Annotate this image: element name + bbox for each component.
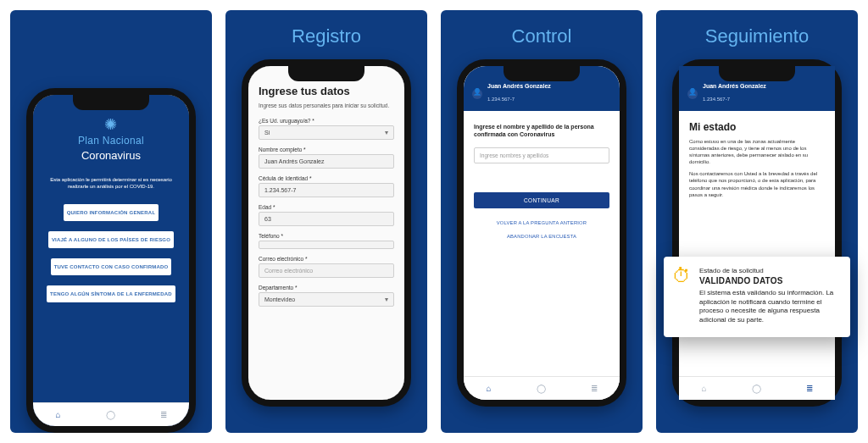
status-card: ⏱ Estado de la solicitud VALIDANDO DATOS…	[664, 257, 850, 337]
tab-middle[interactable]: ◯	[106, 410, 115, 419]
tab-right[interactable]: ≣	[806, 384, 813, 393]
screen-splash: ✺ Plan Nacional Coronavirus Esta aplicac…	[33, 95, 189, 426]
tab-bar: ⌂ ◯ ≣	[33, 402, 189, 426]
contact-name-input[interactable]: Ingrese nombres y apellidos	[474, 147, 609, 163]
panel-title-3: Control	[512, 25, 572, 54]
field-uruguayo: ¿Es Ud. uruguayo/a? * Si	[259, 118, 394, 140]
phone-1: ✺ Plan Nacional Coronavirus Esta aplicac…	[26, 88, 196, 433]
select-depto[interactable]: Montevideo	[259, 292, 394, 307]
input-edad[interactable]: 63	[259, 212, 394, 226]
form-heading: Ingrese tus datos	[259, 85, 394, 97]
card-body: El sistema está validando su información…	[699, 289, 838, 325]
form-subheading: Ingrese sus datos personales para inicia…	[259, 102, 394, 109]
tab-home[interactable]: ⌂	[55, 410, 60, 419]
avatar-icon	[472, 89, 482, 99]
screen-control: Juan Andrés Gonzalez 1.234.567-7 Ingrese…	[464, 66, 620, 400]
label-depto: Departamento *	[259, 285, 394, 291]
status-para-2: Nos contactaremos con Usted a la breveda…	[689, 170, 825, 197]
status-heading: Mi estado	[689, 121, 825, 133]
tab-middle[interactable]: ◯	[752, 384, 761, 393]
avatar-icon	[687, 89, 698, 99]
input-cedula[interactable]: 1.234.567-7	[259, 183, 394, 197]
screen-status: Juan Andrés Gonzalez 1.234.567-7 Mi esta…	[679, 66, 835, 400]
label-uruguayo: ¿Es Ud. uruguayo/a? *	[259, 118, 394, 124]
phone-notch	[288, 66, 364, 81]
label-telefono: Teléfono *	[259, 233, 394, 239]
tab-home[interactable]: ⌂	[701, 384, 706, 393]
panel-seguimiento: Seguimiento Juan Andrés Gonzalez 1.234.5…	[656, 10, 858, 433]
label-nombre: Nombre completo *	[259, 147, 394, 152]
phone-notch	[504, 66, 580, 81]
user-id: 1.234.567-7	[487, 97, 515, 102]
app-logo: ✺ Plan Nacional Coronavirus	[78, 117, 144, 163]
tab-bar: ⌂ ◯ ≣	[679, 376, 835, 400]
label-correo: Correo electrónico *	[259, 256, 394, 262]
splash-button-contact[interactable]: TUVE CONTACTO CON CASO CONFIRMADO	[51, 258, 172, 275]
phone-notch	[73, 95, 149, 110]
field-depto: Departamento * Montevideo	[259, 285, 394, 307]
field-edad: Edad * 63	[259, 204, 394, 226]
panel-title-2: Registro	[292, 25, 361, 54]
timer-icon: ⏱	[672, 267, 691, 325]
control-prompt: Ingrese el nombre y apellido de la perso…	[474, 123, 609, 139]
virus-icon: ✺	[78, 117, 144, 132]
user-name: Juan Andrés Gonzalez	[487, 83, 551, 89]
label-cedula: Cédula de Identidad *	[259, 175, 394, 181]
user-name: Juan Andrés Gonzalez	[703, 83, 766, 89]
input-nombre[interactable]: Juan Andrés Gonzalez	[259, 154, 394, 169]
continue-button[interactable]: CONTINUAR	[474, 192, 609, 208]
phone-2: Ingrese tus datos Ingrese sus datos pers…	[242, 59, 411, 407]
tab-right[interactable]: ≣	[591, 384, 598, 393]
screen-form: Ingrese tus datos Ingrese sus datos pers…	[248, 66, 404, 400]
user-id: 1.234.567-7	[703, 97, 730, 102]
label-edad: Edad *	[259, 204, 394, 210]
tab-right[interactable]: ≣	[160, 410, 167, 419]
phone-notch	[719, 66, 795, 81]
splash-button-symptoms[interactable]: TENGO ALGÚN SÍNTOMA DE LA ENFERMEDAD	[47, 285, 175, 302]
status-para-1: Como estuvo en una de las zonas actualme…	[689, 138, 825, 165]
input-correo[interactable]: Correo electrónico	[259, 263, 394, 278]
abandon-link[interactable]: ABANDONAR LA ENCUESTA	[474, 234, 609, 239]
panel-control: Control Juan Andrés Gonzalez 1.234.567-7…	[441, 10, 643, 433]
panel-title-4: Seguimiento	[705, 25, 809, 54]
tab-bar: ⌂ ◯ ≣	[464, 376, 620, 400]
logo-line2: Coronavirus	[81, 149, 141, 162]
field-cedula: Cédula de Identidad * 1.234.567-7	[259, 175, 394, 197]
field-correo: Correo electrónico * Correo electrónico	[259, 256, 394, 278]
phone-4: Juan Andrés Gonzalez 1.234.567-7 Mi esta…	[672, 59, 842, 407]
panel-splash: ✺ Plan Nacional Coronavirus Esta aplicac…	[10, 10, 212, 433]
tab-home[interactable]: ⌂	[486, 384, 491, 393]
input-telefono[interactable]	[259, 241, 394, 249]
back-link[interactable]: VOLVER A LA PREGUNTA ANTERIOR	[474, 220, 609, 225]
splash-button-travel[interactable]: VIAJÉ A ALGUNO DE LOS PAÍSES DE RIESGO	[48, 231, 174, 248]
select-uruguayo[interactable]: Si	[259, 125, 394, 140]
card-kicker: Estado de la solicitud	[699, 267, 838, 274]
field-telefono: Teléfono *	[259, 233, 394, 249]
tab-middle[interactable]: ◯	[537, 384, 546, 393]
field-nombre: Nombre completo * Juan Andrés Gonzalez	[259, 147, 394, 169]
logo-line1: Plan Nacional	[78, 135, 144, 147]
phone-3: Juan Andrés Gonzalez 1.234.567-7 Ingrese…	[457, 59, 626, 407]
splash-button-info[interactable]: QUIERO INFORMACIÓN GENERAL	[64, 204, 159, 221]
panel-registro: Registro Ingrese tus datos Ingrese sus d…	[225, 10, 427, 433]
card-title: VALIDANDO DATOS	[699, 276, 838, 285]
splash-intro: Esta aplicación le permitirá determinar …	[47, 176, 175, 191]
